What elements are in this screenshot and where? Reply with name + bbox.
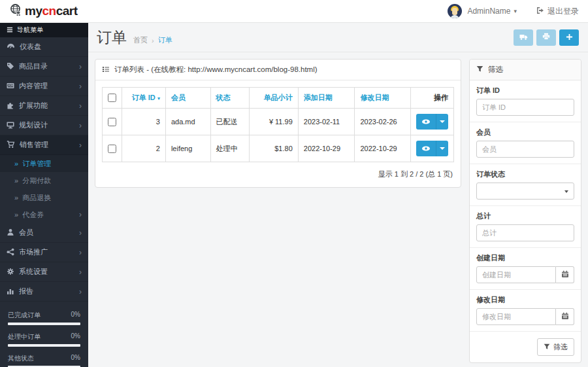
date-added-picker-button[interactable] xyxy=(556,266,574,283)
avatar[interactable] xyxy=(448,4,462,18)
filter-group-date-modified: 修改日期 xyxy=(470,290,581,332)
double-chevron-icon: » xyxy=(14,194,18,201)
sidebar-item-design[interactable]: 规划设计 › xyxy=(0,116,88,135)
logout-icon xyxy=(536,7,544,16)
apply-filter-button[interactable]: 筛选 xyxy=(537,338,574,356)
double-chevron-icon: » xyxy=(14,211,18,218)
sidebar-item-customers[interactable]: 会员 › xyxy=(0,223,88,243)
order-id: 2 xyxy=(122,135,166,162)
sort-desc-icon: ▾ xyxy=(157,96,160,101)
sidebar-header: 导航菜单 xyxy=(0,23,88,37)
select-all-checkbox[interactable] xyxy=(108,94,116,102)
chevron-right-icon: › xyxy=(79,82,82,90)
row-actions xyxy=(416,114,448,130)
add-order-button[interactable] xyxy=(559,29,579,46)
eye-icon xyxy=(421,117,431,127)
print-button[interactable] xyxy=(536,29,556,46)
row-checkbox[interactable] xyxy=(108,145,116,153)
order-date-modified: 2023-02-26 xyxy=(355,109,411,135)
chevron-right-icon: › xyxy=(79,210,82,219)
sidebar-item-reports[interactable]: 报告 › xyxy=(0,282,88,302)
filter-group-date-added: 创建日期 xyxy=(470,248,581,290)
sort-status[interactable]: 状态 xyxy=(216,94,231,101)
filter-date-added-input[interactable] xyxy=(476,266,556,283)
filter-total-input[interactable] xyxy=(476,224,574,241)
sort-date-modified[interactable]: 修改日期 xyxy=(360,94,389,101)
filter-order-status-select[interactable] xyxy=(476,183,574,200)
row-dropdown-button[interactable] xyxy=(436,114,448,130)
tag-icon xyxy=(7,62,14,71)
sidebar-item-system[interactable]: 系统设置 › xyxy=(0,262,88,282)
calendar-icon xyxy=(561,312,569,322)
user-menu[interactable]: AdminName ▾ xyxy=(467,7,517,16)
row-checkbox[interactable] xyxy=(108,118,116,126)
view-order-button[interactable] xyxy=(416,114,436,130)
filter-group-order-status: 订单状态 xyxy=(470,164,581,206)
sidebar-item-dashboard[interactable]: 仪表盘 xyxy=(0,37,88,57)
page-toolbar xyxy=(514,29,579,46)
stat-other-status: 其他状态 0% xyxy=(8,354,80,367)
page-header: 订单 首页 › 订单 xyxy=(88,23,588,52)
date-modified-picker-button[interactable] xyxy=(556,308,574,325)
caret-down-icon xyxy=(440,120,445,123)
filter-group-customer: 会员 xyxy=(470,122,581,164)
order-customer: leifeng xyxy=(165,135,210,162)
table-row: 3 ada.md 已配送 ¥ 11.99 2023-02-11 2023-02-… xyxy=(103,109,454,135)
order-status: 处理中 xyxy=(210,135,249,162)
chevron-right-icon: › xyxy=(79,249,82,256)
share-icon xyxy=(7,248,14,257)
sidebar-subitem-orders[interactable]: » 订单管理 xyxy=(0,155,88,172)
sidebar-subitem-vouchers[interactable]: » 代金券 › xyxy=(0,206,88,223)
calendar-icon xyxy=(561,270,569,280)
newspaper-icon xyxy=(7,82,14,91)
sidebar-order-stats: 已完成订单 0% 处理中订单 0% 其他状态 0% xyxy=(0,311,88,367)
sidebar-item-sales[interactable]: 销售管理 › xyxy=(0,135,88,155)
sort-customer[interactable]: 会员 xyxy=(171,94,186,101)
filter-heading: 筛选 xyxy=(470,60,581,80)
sidebar-subitem-installments[interactable]: » 分期付款 xyxy=(0,172,88,189)
order-date-modified: 2022-10-29 xyxy=(355,135,411,162)
stat-value: 0% xyxy=(71,332,80,341)
shipping-list-button[interactable] xyxy=(514,29,533,46)
sidebar-item-catalog[interactable]: 商品目录 › xyxy=(0,57,88,77)
sidebar-item-marketing[interactable]: 市场推广 › xyxy=(0,243,88,262)
cart-icon xyxy=(7,141,15,150)
chevron-right-icon: › xyxy=(79,63,82,71)
filter-customer-input[interactable] xyxy=(476,141,574,158)
sort-order-id[interactable]: 订单 ID xyxy=(132,94,155,101)
view-order-button[interactable] xyxy=(416,141,436,156)
sidebar-subitem-returns[interactable]: » 商品退换 xyxy=(0,189,88,206)
main-content: 订单 首页 › 订单 xyxy=(88,23,588,367)
logo[interactable]: mycncart xyxy=(0,3,88,19)
hamburger-icon xyxy=(7,27,13,34)
logout-button[interactable]: 退出登录 xyxy=(536,6,579,17)
sort-total[interactable]: 单品小计 xyxy=(264,94,293,101)
stat-value: 0% xyxy=(71,311,80,320)
sidebar-item-content[interactable]: 内容管理 › xyxy=(0,77,88,96)
order-total: ¥ 11.99 xyxy=(249,109,298,135)
filter-icon xyxy=(544,343,550,351)
gear-icon xyxy=(7,268,14,277)
breadcrumb-current[interactable]: 订单 xyxy=(158,35,172,45)
filter-date-modified-input[interactable] xyxy=(476,308,556,325)
filter-icon xyxy=(476,65,483,74)
breadcrumb-separator: › xyxy=(152,37,154,44)
order-customer: ada.md xyxy=(165,109,210,135)
breadcrumb-home[interactable]: 首页 xyxy=(133,35,148,45)
order-list-panel: 订单列表 - (在线教程: http://www.mycncart.com/bl… xyxy=(95,59,461,188)
row-dropdown-button[interactable] xyxy=(436,141,448,156)
sidebar: 导航菜单 仪表盘 商品目录 › 内容管理 › 扩展功能 › 规划设计 › xyxy=(0,23,88,367)
dashboard-icon xyxy=(7,43,15,51)
stat-processing-orders: 处理中订单 0% xyxy=(8,332,80,347)
orders-table: 订单 ID ▾ 会员 状态 单品小计 添加日期 修改日期 操作 xyxy=(102,87,454,162)
sort-date-added[interactable]: 添加日期 xyxy=(304,94,333,101)
desktop-icon xyxy=(7,121,14,130)
sidebar-item-extensions[interactable]: 扩展功能 › xyxy=(0,96,88,116)
order-status: 已配送 xyxy=(210,109,249,135)
eye-icon xyxy=(421,144,431,154)
filter-order-id-input[interactable] xyxy=(476,99,574,116)
page-title: 订单 xyxy=(97,27,127,48)
plus-icon xyxy=(566,33,573,43)
progress-bar xyxy=(8,323,80,325)
filter-group-order-id: 订单 ID xyxy=(470,80,581,122)
